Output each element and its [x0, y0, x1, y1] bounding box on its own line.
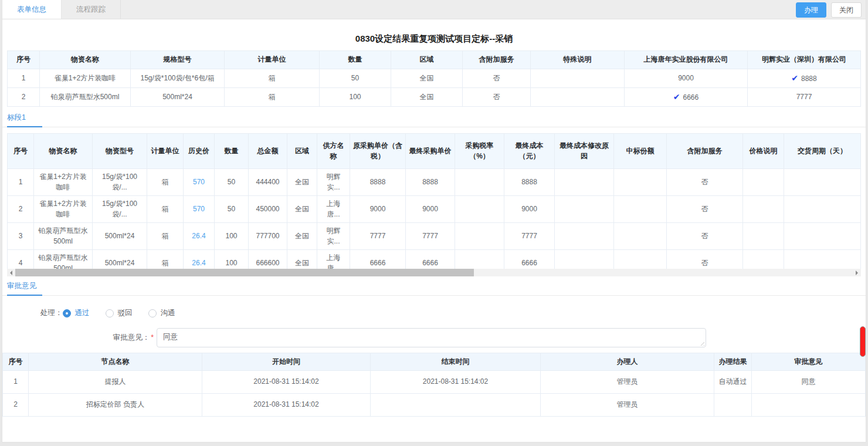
- tab-form-info[interactable]: 表单信息: [2, 0, 62, 19]
- cell: 明辉实...: [317, 223, 350, 250]
- history-price-link[interactable]: 26.4: [192, 259, 205, 267]
- header-cell: 开始时间: [202, 353, 371, 371]
- horizontal-scrollbar-thumb[interactable]: [15, 269, 474, 276]
- cell: 2: [8, 88, 40, 107]
- cell: [455, 169, 504, 196]
- cell: 8888: [504, 169, 555, 196]
- cell: 3: [8, 223, 34, 250]
- cell: 全国: [287, 250, 317, 269]
- cell: 4: [8, 250, 34, 269]
- handle-row: 处理： 通过 驳回 沟通: [40, 308, 866, 318]
- header-cell: 含附加服务: [667, 134, 743, 169]
- cell: [743, 223, 784, 250]
- cell: 1: [3, 371, 29, 394]
- header-row: 序号 节点名称 开始时间 结束时间 办理人 办理结果 审批意见: [3, 353, 866, 371]
- cell: 管理员: [541, 394, 714, 417]
- tab-bid-section-1[interactable]: 标段1: [7, 113, 42, 127]
- cell: 6666: [504, 250, 555, 269]
- header-cell: 历史价: [184, 134, 215, 169]
- cell: 管理员: [541, 371, 714, 394]
- header-cell: 供方名称: [317, 134, 350, 169]
- header-cell: 结束时间: [371, 353, 541, 371]
- tab-process-track[interactable]: 流程跟踪: [62, 0, 121, 19]
- header-cell: 办理结果: [714, 353, 752, 371]
- header-cell: 中标份额: [614, 134, 667, 169]
- cell: [531, 69, 625, 88]
- cell: 箱: [147, 250, 184, 269]
- cell: 15g/袋*100袋/...: [93, 169, 147, 196]
- cell: 570: [184, 196, 215, 223]
- scroll-left-icon[interactable]: [7, 271, 15, 275]
- cell: 全国: [287, 169, 317, 196]
- header-cell: 办理人: [541, 353, 714, 371]
- cell: [784, 196, 861, 223]
- cell: 26.4: [184, 223, 215, 250]
- header-cell: 数量: [215, 134, 249, 169]
- history-price-link[interactable]: 570: [193, 205, 205, 213]
- handle-label: 处理：: [40, 308, 63, 318]
- comment-textarea[interactable]: 同意: [157, 328, 706, 347]
- comment-textarea-wrap: 同意: [157, 328, 706, 349]
- cell: 450000: [249, 196, 287, 223]
- header-cell: 采购税率（%）: [455, 134, 504, 169]
- radio-communicate[interactable]: 沟通: [148, 308, 175, 318]
- header-cell: 上海唐年实业股份有限公司: [625, 51, 748, 69]
- table-row: 4 铂泉葫芦瓶型水500ml 500ml*24 箱 26.4 100 66660…: [8, 250, 861, 269]
- cell: 500ml*24: [131, 88, 225, 107]
- radio-circle-icon: [148, 309, 157, 317]
- radio-reject[interactable]: 驳回: [106, 308, 133, 318]
- radio-reject-label: 驳回: [118, 308, 133, 318]
- cell: 26.4: [184, 250, 215, 269]
- header-cell: 序号: [8, 134, 34, 169]
- cell: 500ml*24: [93, 250, 147, 269]
- cell: [555, 250, 614, 269]
- header-cell: 物资型号: [93, 134, 147, 169]
- header-cell: 审批意见: [752, 353, 866, 371]
- cell: 2021-08-31 15:14:02: [202, 394, 371, 417]
- handle-button[interactable]: 办理: [796, 2, 826, 18]
- winner-check-icon: ✔: [791, 73, 798, 83]
- cell: [455, 196, 504, 223]
- close-button[interactable]: 关闭: [831, 2, 862, 18]
- bid-value: 9000: [678, 74, 694, 82]
- cell: 否: [667, 223, 743, 250]
- vertical-scrollbar-thumb[interactable]: [860, 326, 866, 357]
- radio-approve[interactable]: 通过: [63, 308, 90, 318]
- header-cell: 价格说明: [743, 134, 784, 169]
- cell: 全国: [287, 223, 317, 250]
- cell: 6666: [350, 250, 406, 269]
- header-cell: 物资名称: [34, 134, 93, 169]
- radio-circle-icon: [63, 309, 71, 317]
- cell: 9000: [350, 196, 406, 223]
- cell: 全国: [391, 69, 463, 88]
- horizontal-scrollbar-track[interactable]: [15, 269, 853, 276]
- radio-circle-icon: [106, 309, 114, 317]
- cell: [555, 169, 614, 196]
- required-mark: *: [151, 333, 154, 342]
- cell: 铂泉葫芦瓶型水500ml: [34, 223, 93, 250]
- history-price-link[interactable]: 570: [193, 178, 205, 186]
- cell: 箱: [225, 88, 320, 107]
- bid-value: 6666: [683, 93, 699, 102]
- header-cell: 序号: [3, 353, 29, 371]
- table-row: 2 铂泉葫芦瓶型水500ml 500ml*24 箱 100 全国 否 ✔6666…: [8, 88, 861, 107]
- cell: 570: [184, 169, 215, 196]
- approval-history-table: 序号 节点名称 开始时间 结束时间 办理人 办理结果 审批意见 1 提报人 20…: [2, 353, 866, 417]
- radio-approve-label: 通过: [75, 308, 90, 318]
- cell: 同意: [752, 371, 866, 394]
- cell: [614, 169, 667, 196]
- history-price-link[interactable]: 26.4: [192, 232, 205, 240]
- scroll-right-icon[interactable]: [853, 271, 861, 275]
- horizontal-scrollbar[interactable]: [7, 269, 861, 276]
- cell: 全国: [391, 88, 463, 107]
- cell: 2021-08-31 15:14:02: [202, 371, 371, 394]
- header-cell: 物资名称: [40, 51, 131, 69]
- cell: 8888: [350, 169, 406, 196]
- cell: 上海唐...: [317, 250, 350, 269]
- header-cell: 特殊说明: [531, 51, 625, 69]
- cell: 15g/袋*100袋/...: [93, 196, 147, 223]
- cell: 9000: [406, 196, 455, 223]
- cell: 雀巢1+2方片装咖啡: [34, 169, 93, 196]
- cell: 444400: [249, 169, 287, 196]
- cell: [752, 394, 866, 417]
